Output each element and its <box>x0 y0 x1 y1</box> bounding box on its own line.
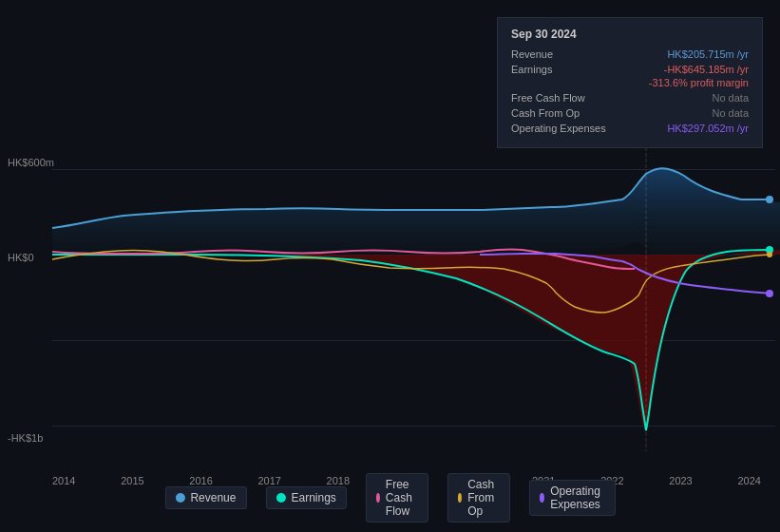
legend-revenue-label: Revenue <box>190 491 236 504</box>
legend-fcf-dot <box>376 493 380 503</box>
legend-cashfromop-dot <box>458 493 462 503</box>
tooltip-revenue-label: Revenue <box>511 48 616 60</box>
chart-legend: Revenue Earnings Free Cash Flow Cash Fro… <box>164 473 615 522</box>
legend-earnings-label: Earnings <box>291 491 335 504</box>
tooltip-opex-label: Operating Expenses <box>511 123 616 134</box>
tooltip-opex-value: HK$297.052m /yr <box>667 123 749 134</box>
legend-cashfromop[interactable]: Cash From Op <box>447 473 510 522</box>
tooltip-earnings-value: -HK$645.185m /yr <box>664 64 749 75</box>
legend-opex-label: Operating Expenses <box>550 484 604 511</box>
data-tooltip: Sep 30 2024 Revenue HK$205.715m /yr Earn… <box>497 17 763 148</box>
x-label-2023: 2023 <box>669 475 692 486</box>
tooltip-fcf-row: Free Cash Flow No data <box>511 92 749 104</box>
x-label-2014: 2014 <box>52 475 75 486</box>
svg-point-3 <box>766 290 773 297</box>
tooltip-profit-margin: -313.6% profit margin <box>511 77 749 88</box>
tooltip-fcf-value: No data <box>712 92 749 104</box>
svg-point-2 <box>767 252 772 257</box>
tooltip-cashfromop-row: Cash From Op No data <box>511 107 749 119</box>
legend-fcf-label: Free Cash Flow <box>386 478 418 518</box>
tooltip-earnings-row: Earnings -HK$645.185m /yr <box>511 64 749 75</box>
legend-opex[interactable]: Operating Expenses <box>529 480 616 516</box>
tooltip-cashfromop-value: No data <box>712 107 749 119</box>
legend-fcf[interactable]: Free Cash Flow <box>366 473 428 522</box>
x-label-2024: 2024 <box>737 475 760 486</box>
legend-revenue[interactable]: Revenue <box>164 486 246 509</box>
legend-revenue-dot <box>175 493 184 503</box>
tooltip-opex-row: Operating Expenses HK$297.052m /yr <box>511 123 749 134</box>
tooltip-revenue-value: HK$205.715m /yr <box>667 48 749 60</box>
tooltip-cashfromop-label: Cash From Op <box>511 107 616 119</box>
legend-cashfromop-label: Cash From Op <box>467 478 500 518</box>
tooltip-fcf-label: Free Cash Flow <box>511 92 616 104</box>
tooltip-margin-value: -313.6% profit margin <box>649 77 749 88</box>
tooltip-earnings-label: Earnings <box>511 64 616 75</box>
legend-earnings-dot <box>276 493 285 503</box>
tooltip-revenue-row: Revenue HK$205.715m /yr <box>511 48 749 60</box>
tooltip-date: Sep 30 2024 <box>511 28 749 41</box>
chart-svg <box>0 147 780 451</box>
svg-point-0 <box>766 196 773 203</box>
legend-opex-dot <box>540 493 544 503</box>
x-label-2015: 2015 <box>121 475 143 486</box>
legend-earnings[interactable]: Earnings <box>265 486 346 509</box>
